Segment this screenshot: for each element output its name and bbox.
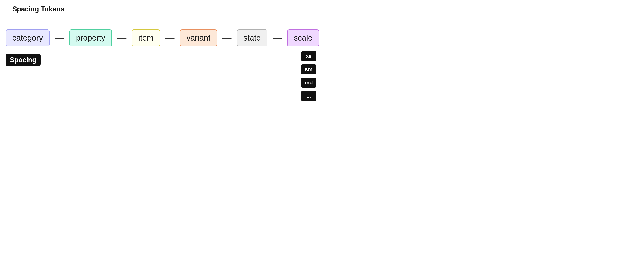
separator-4: —: [222, 33, 232, 43]
scale-button-xs[interactable]: xs: [301, 51, 316, 61]
category-badge: Spacing: [6, 54, 41, 66]
token-chip-item: item: [132, 29, 160, 46]
token-chip-scale: scale: [287, 29, 319, 46]
separator-3: —: [166, 33, 174, 43]
separator-1: —: [55, 33, 64, 43]
scale-button-sm[interactable]: sm: [301, 64, 316, 74]
page-title: Spacing Tokens: [12, 5, 64, 13]
token-chip-property: property: [69, 29, 112, 46]
token-chip-category: category: [6, 29, 50, 46]
token-chip-state: state: [237, 29, 268, 46]
scale-buttons: xs sm md ...: [301, 51, 316, 101]
token-row: category — property — item — variant — s…: [6, 29, 316, 46]
scale-button-md[interactable]: md: [301, 78, 316, 88]
scale-button-more[interactable]: ...: [301, 91, 316, 101]
separator-5: —: [273, 33, 282, 43]
token-chip-variant: variant: [180, 29, 217, 46]
separator-2: —: [117, 33, 126, 43]
